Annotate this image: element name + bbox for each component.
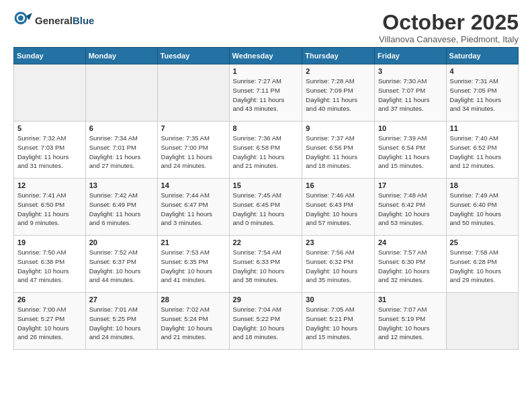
calendar-cell: 5Sunrise: 7:32 AM Sunset: 7:03 PM Daylig…: [14, 122, 86, 179]
day-number: 24: [378, 238, 443, 246]
day-number: 26: [17, 295, 82, 304]
day-info: Sunrise: 7:57 AM Sunset: 6:30 PM Dayligh…: [378, 248, 443, 285]
calendar-cell: 12Sunrise: 7:41 AM Sunset: 6:50 PM Dayli…: [14, 179, 86, 236]
logo-text: General Blue: [35, 15, 94, 26]
day-info: Sunrise: 7:00 AM Sunset: 5:27 PM Dayligh…: [17, 305, 82, 342]
day-info: Sunrise: 7:56 AM Sunset: 6:32 PM Dayligh…: [306, 248, 371, 285]
calendar-cell: [157, 64, 229, 122]
calendar-cell: 6Sunrise: 7:34 AM Sunset: 7:01 PM Daylig…: [85, 122, 157, 179]
day-number: 6: [89, 124, 154, 132]
weekday-header-thursday: Thursday: [302, 48, 375, 64]
day-info: Sunrise: 7:46 AM Sunset: 6:43 PM Dayligh…: [306, 191, 371, 228]
day-number: 21: [161, 238, 226, 246]
weekday-header-sunday: Sunday: [14, 48, 86, 64]
calendar-cell: [446, 293, 518, 350]
calendar-cell: 16Sunrise: 7:46 AM Sunset: 6:43 PM Dayli…: [302, 179, 375, 236]
day-number: 14: [161, 181, 226, 189]
calendar-cell: 29Sunrise: 7:04 AM Sunset: 5:22 PM Dayli…: [229, 293, 302, 350]
weekday-header-friday: Friday: [374, 48, 446, 64]
calendar-cell: 21Sunrise: 7:53 AM Sunset: 6:35 PM Dayli…: [157, 236, 229, 293]
calendar-cell: 22Sunrise: 7:54 AM Sunset: 6:33 PM Dayli…: [229, 236, 302, 293]
day-number: 8: [233, 124, 299, 132]
day-number: 23: [306, 238, 371, 246]
day-info: Sunrise: 7:50 AM Sunset: 6:38 PM Dayligh…: [17, 248, 82, 285]
day-number: 2: [306, 67, 371, 75]
day-number: 19: [17, 238, 82, 246]
day-info: Sunrise: 7:27 AM Sunset: 7:11 PM Dayligh…: [233, 77, 299, 113]
weekday-header-row: SundayMondayTuesdayWednesdayThursdayFrid…: [14, 48, 519, 64]
calendar-cell: [85, 64, 157, 122]
day-number: 30: [306, 295, 371, 304]
day-info: Sunrise: 7:42 AM Sunset: 6:49 PM Dayligh…: [89, 191, 154, 228]
calendar-cell: 25Sunrise: 7:58 AM Sunset: 6:28 PM Dayli…: [446, 236, 518, 293]
day-number: 18: [450, 181, 515, 189]
day-info: Sunrise: 7:05 AM Sunset: 5:21 PM Dayligh…: [306, 305, 371, 342]
calendar-cell: 15Sunrise: 7:45 AM Sunset: 6:45 PM Dayli…: [229, 179, 302, 236]
day-info: Sunrise: 7:44 AM Sunset: 6:47 PM Dayligh…: [161, 191, 226, 228]
weekday-header-wednesday: Wednesday: [229, 48, 302, 64]
calendar-cell: 17Sunrise: 7:48 AM Sunset: 6:42 PM Dayli…: [374, 179, 446, 236]
day-info: Sunrise: 7:02 AM Sunset: 5:24 PM Dayligh…: [161, 305, 226, 342]
calendar-cell: 24Sunrise: 7:57 AM Sunset: 6:30 PM Dayli…: [374, 236, 446, 293]
calendar-cell: 9Sunrise: 7:37 AM Sunset: 6:56 PM Daylig…: [302, 122, 375, 179]
calendar-cell: 2Sunrise: 7:28 AM Sunset: 7:09 PM Daylig…: [302, 64, 375, 122]
day-number: 31: [378, 295, 443, 304]
calendar-week-row: 26Sunrise: 7:00 AM Sunset: 5:27 PM Dayli…: [14, 293, 519, 350]
day-number: 22: [233, 238, 299, 246]
day-info: Sunrise: 7:52 AM Sunset: 6:37 PM Dayligh…: [89, 248, 154, 285]
day-info: Sunrise: 7:36 AM Sunset: 6:58 PM Dayligh…: [233, 134, 299, 171]
day-number: 7: [161, 124, 226, 132]
day-number: 15: [233, 181, 299, 189]
day-info: Sunrise: 7:34 AM Sunset: 7:01 PM Dayligh…: [89, 134, 154, 171]
logo-blue: Blue: [73, 15, 95, 26]
svg-point-2: [18, 15, 24, 21]
calendar-cell: [14, 64, 86, 122]
day-info: Sunrise: 7:39 AM Sunset: 6:54 PM Dayligh…: [378, 134, 443, 171]
day-info: Sunrise: 7:07 AM Sunset: 5:19 PM Dayligh…: [378, 305, 443, 342]
day-number: 25: [450, 238, 515, 246]
calendar-cell: 13Sunrise: 7:42 AM Sunset: 6:49 PM Dayli…: [85, 179, 157, 236]
calendar-cell: 11Sunrise: 7:40 AM Sunset: 6:52 PM Dayli…: [446, 122, 518, 179]
day-info: Sunrise: 7:40 AM Sunset: 6:52 PM Dayligh…: [450, 134, 515, 171]
calendar-cell: 1Sunrise: 7:27 AM Sunset: 7:11 PM Daylig…: [229, 64, 302, 122]
calendar-cell: 14Sunrise: 7:44 AM Sunset: 6:47 PM Dayli…: [157, 179, 229, 236]
day-number: 12: [17, 181, 82, 189]
day-number: 5: [17, 124, 82, 132]
header: General Blue October 2025 Villanova Cana…: [13, 11, 519, 44]
day-info: Sunrise: 7:58 AM Sunset: 6:28 PM Dayligh…: [450, 248, 515, 285]
day-number: 10: [378, 124, 443, 132]
month-title: October 2025: [379, 11, 519, 34]
day-info: Sunrise: 7:48 AM Sunset: 6:42 PM Dayligh…: [378, 191, 443, 228]
day-info: Sunrise: 7:41 AM Sunset: 6:50 PM Dayligh…: [17, 191, 82, 228]
calendar-cell: 18Sunrise: 7:49 AM Sunset: 6:40 PM Dayli…: [446, 179, 518, 236]
day-info: Sunrise: 7:54 AM Sunset: 6:33 PM Dayligh…: [233, 248, 299, 285]
calendar-cell: 30Sunrise: 7:05 AM Sunset: 5:21 PM Dayli…: [302, 293, 375, 350]
weekday-header-tuesday: Tuesday: [157, 48, 229, 64]
day-info: Sunrise: 7:37 AM Sunset: 6:56 PM Dayligh…: [306, 134, 371, 171]
day-number: 27: [89, 295, 154, 304]
calendar-cell: 7Sunrise: 7:35 AM Sunset: 7:00 PM Daylig…: [157, 122, 229, 179]
title-block: October 2025 Villanova Canavese, Piedmon…: [379, 11, 519, 44]
day-number: 3: [378, 67, 443, 75]
calendar-cell: 10Sunrise: 7:39 AM Sunset: 6:54 PM Dayli…: [374, 122, 446, 179]
day-number: 9: [306, 124, 371, 132]
calendar-week-row: 5Sunrise: 7:32 AM Sunset: 7:03 PM Daylig…: [14, 122, 519, 179]
calendar-week-row: 1Sunrise: 7:27 AM Sunset: 7:11 PM Daylig…: [14, 64, 519, 122]
day-info: Sunrise: 7:49 AM Sunset: 6:40 PM Dayligh…: [450, 191, 515, 228]
day-number: 11: [450, 124, 515, 132]
calendar-cell: 28Sunrise: 7:02 AM Sunset: 5:24 PM Dayli…: [157, 293, 229, 350]
calendar-cell: 3Sunrise: 7:30 AM Sunset: 7:07 PM Daylig…: [374, 64, 446, 122]
logo-general: General: [35, 15, 73, 26]
day-number: 17: [378, 181, 443, 189]
day-info: Sunrise: 7:35 AM Sunset: 7:00 PM Dayligh…: [161, 134, 226, 171]
calendar-cell: 23Sunrise: 7:56 AM Sunset: 6:32 PM Dayli…: [302, 236, 375, 293]
page: General Blue October 2025 Villanova Cana…: [0, 0, 532, 363]
day-number: 20: [89, 238, 154, 246]
day-info: Sunrise: 7:31 AM Sunset: 7:05 PM Dayligh…: [450, 77, 515, 113]
calendar-cell: 31Sunrise: 7:07 AM Sunset: 5:19 PM Dayli…: [374, 293, 446, 350]
calendar-cell: 19Sunrise: 7:50 AM Sunset: 6:38 PM Dayli…: [14, 236, 86, 293]
day-info: Sunrise: 7:32 AM Sunset: 7:03 PM Dayligh…: [17, 134, 82, 171]
location-subtitle: Villanova Canavese, Piedmont, Italy: [379, 34, 519, 44]
day-info: Sunrise: 7:53 AM Sunset: 6:35 PM Dayligh…: [161, 248, 226, 285]
calendar-cell: 20Sunrise: 7:52 AM Sunset: 6:37 PM Dayli…: [85, 236, 157, 293]
